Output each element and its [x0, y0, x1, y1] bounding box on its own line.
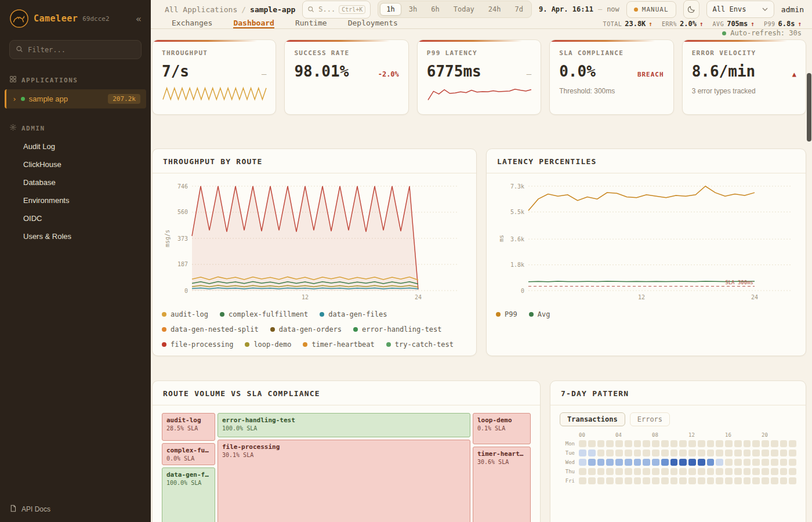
heatmap-cell[interactable]	[789, 477, 796, 484]
heatmap-cell[interactable]	[670, 449, 678, 456]
heatmap-cell[interactable]	[716, 440, 723, 447]
heatmap-cell[interactable]	[698, 477, 705, 484]
heatmap-cell[interactable]	[789, 459, 796, 466]
treemap-cell-data-gen-files[interactable]: data-gen-files 100.0% SLA	[162, 467, 215, 522]
heatmap-cell[interactable]	[752, 468, 760, 475]
heatmap-cell[interactable]	[734, 449, 742, 456]
heatmap-cell[interactable]	[634, 477, 641, 484]
heatmap-cell[interactable]	[780, 449, 788, 456]
time-range-24h[interactable]: 24h	[482, 3, 507, 16]
heatmap-cell[interactable]	[679, 468, 687, 475]
heatmap-cell[interactable]	[643, 477, 650, 484]
tab-transactions[interactable]: Transactions	[560, 412, 625, 426]
heatmap-cell[interactable]	[579, 468, 586, 475]
heatmap-cell[interactable]	[716, 477, 723, 484]
heatmap-cell[interactable]	[725, 468, 733, 475]
heatmap-cell[interactable]	[652, 440, 659, 447]
heatmap-cell[interactable]	[579, 449, 586, 456]
heatmap-cell[interactable]	[606, 459, 614, 466]
heatmap-cell[interactable]	[679, 440, 687, 447]
heatmap-cell[interactable]	[661, 468, 669, 475]
heatmap-cell[interactable]	[707, 477, 715, 484]
heatmap-cell[interactable]	[679, 459, 687, 466]
heatmap-cell[interactable]	[744, 449, 751, 456]
heatmap-cell[interactable]	[634, 468, 641, 475]
heatmap-cell[interactable]	[688, 459, 696, 466]
heatmap-cell[interactable]	[744, 468, 751, 475]
sidebar-collapse-button[interactable]: «	[136, 13, 142, 24]
heatmap-cell[interactable]	[670, 477, 678, 484]
heatmap-cell[interactable]	[716, 468, 723, 475]
heatmap-cell[interactable]	[707, 459, 715, 466]
heatmap-cell[interactable]	[725, 440, 733, 447]
heatmap-cell[interactable]	[780, 477, 788, 484]
tab-dashboard[interactable]: Dashboard	[233, 19, 274, 28]
heatmap-cell[interactable]	[625, 449, 632, 456]
heatmap-cell[interactable]	[762, 468, 769, 475]
sidebar-item-sample-app[interactable]: › sample app 207.2k	[5, 89, 146, 108]
heatmap-cell[interactable]	[634, 459, 641, 466]
heatmap-cell[interactable]	[698, 449, 705, 456]
heatmap-cell[interactable]	[716, 449, 723, 456]
time-range-1h[interactable]: 1h	[380, 3, 401, 16]
heatmap-cell[interactable]	[771, 477, 778, 484]
legend-item[interactable]: error-handling-test	[353, 325, 441, 334]
heatmap-cell[interactable]	[597, 440, 605, 447]
heatmap-cell[interactable]	[752, 449, 760, 456]
heatmap-cell[interactable]	[679, 449, 687, 456]
sidebar-item-oidc[interactable]: OIDC	[0, 209, 151, 227]
heatmap-cell[interactable]	[588, 468, 596, 475]
heatmap-cell[interactable]	[615, 449, 623, 456]
legend-item[interactable]: complex-fulfillment	[220, 310, 308, 318]
heatmap-cell[interactable]	[725, 459, 733, 466]
legend-item[interactable]: data-gen-orders	[270, 325, 342, 334]
heatmap-cell[interactable]	[688, 449, 696, 456]
heatmap-cell[interactable]	[679, 477, 687, 484]
scrollbar-thumb[interactable]	[807, 73, 811, 142]
treemap-cell-timer-heartbeat[interactable]: timer-heartbeat 30.6% SLA	[473, 447, 531, 522]
heatmap-cell[interactable]	[606, 440, 614, 447]
heatmap-cell[interactable]	[789, 468, 796, 475]
global-search[interactable]: S... Ctrl+K	[302, 1, 371, 19]
heatmap-cell[interactable]	[725, 449, 733, 456]
heatmap-cell[interactable]	[688, 477, 696, 484]
legend-item[interactable]: try-catch-test	[386, 340, 454, 349]
heatmap-cell[interactable]	[670, 468, 678, 475]
tab-deployments[interactable]: Deployments	[348, 19, 398, 28]
legend-item[interactable]: loop-demo	[245, 340, 291, 349]
heatmap-cell[interactable]	[734, 468, 742, 475]
heatmap-cell[interactable]	[579, 440, 586, 447]
time-range-6h[interactable]: 6h	[425, 3, 445, 16]
heatmap-cell[interactable]	[661, 477, 669, 484]
heatmap-cell[interactable]	[634, 440, 641, 447]
heatmap-cell[interactable]	[789, 440, 796, 447]
heatmap-cell[interactable]	[606, 468, 614, 475]
heatmap-cell[interactable]	[652, 449, 659, 456]
time-range-today[interactable]: Today	[447, 3, 481, 16]
heatmap-cell[interactable]	[698, 459, 705, 466]
treemap-cell-file-processing[interactable]: file-processing 30.1% SLA	[217, 440, 470, 522]
sidebar-item-audit-log[interactable]: Audit Log	[0, 137, 151, 155]
heatmap-cell[interactable]	[780, 459, 788, 466]
heatmap-cell[interactable]	[762, 477, 769, 484]
heatmap-cell[interactable]	[643, 468, 650, 475]
heatmap-cell[interactable]	[625, 468, 632, 475]
sidebar-item-database[interactable]: Database	[0, 173, 151, 191]
heatmap-cell[interactable]	[661, 449, 669, 456]
heatmap-cell[interactable]	[762, 449, 769, 456]
manual-refresh-button[interactable]: MANUAL	[626, 1, 676, 18]
heatmap-cell[interactable]	[597, 449, 605, 456]
heatmap-cell[interactable]	[707, 440, 715, 447]
env-select[interactable]: All Envs	[706, 1, 774, 18]
heatmap-cell[interactable]	[606, 477, 614, 484]
date-range[interactable]: 9. Apr. 16:11 — now	[539, 5, 619, 13]
heatmap-cell[interactable]	[588, 449, 596, 456]
treemap-cell-error-handling-test[interactable]: error-handling-test 100.0% SLA	[217, 413, 470, 437]
tab-runtime[interactable]: Runtime	[295, 19, 327, 28]
heatmap-cell[interactable]	[698, 440, 705, 447]
treemap-cell-audit-log[interactable]: audit-log 28.5% SLA	[162, 413, 215, 441]
time-range-7d[interactable]: 7d	[509, 3, 530, 16]
heatmap-cell[interactable]	[752, 459, 760, 466]
heatmap-cell[interactable]	[634, 449, 641, 456]
heatmap-cell[interactable]	[771, 468, 778, 475]
